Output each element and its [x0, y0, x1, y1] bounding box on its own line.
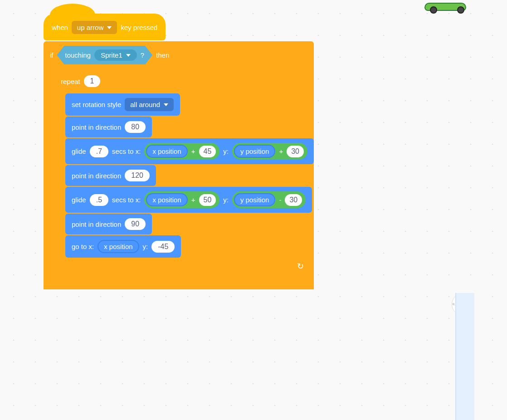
- direction-input[interactable]: 120: [125, 170, 150, 181]
- label: set rotation style: [72, 101, 121, 108]
- label: y:: [223, 196, 229, 204]
- num-input[interactable]: 30: [285, 194, 302, 206]
- value: Sprite1: [101, 51, 122, 59]
- go-to-xy-block[interactable]: go to x: x position y: -45: [65, 235, 181, 258]
- if-block-footer: [44, 275, 314, 289]
- label: point in direction: [72, 172, 121, 180]
- label: y:: [143, 243, 148, 250]
- svg-line-1: [454, 305, 455, 306]
- stage-panel-strip: [455, 293, 474, 420]
- label: key pressed: [121, 24, 157, 31]
- secs-input[interactable]: .5: [90, 194, 108, 206]
- operator-sign: +: [191, 147, 195, 155]
- loop-arrow-icon: ↻: [297, 261, 304, 271]
- subtract-operator-y[interactable]: y position - 30: [232, 191, 306, 208]
- script-workspace[interactable]: when up arrow key pressed if touching Sp…: [0, 0, 507, 420]
- repeat-block[interactable]: repeat 1 set rotation style all around: [54, 71, 314, 273]
- direction-input[interactable]: 80: [125, 121, 146, 133]
- glide-block-2[interactable]: glide .5 secs to x: x position + 50 y: y…: [65, 187, 312, 213]
- secs-input[interactable]: .7: [90, 146, 108, 157]
- point-in-direction-block-2[interactable]: point in direction 120: [65, 165, 156, 186]
- label: y:: [223, 147, 229, 155]
- value: all around: [130, 101, 160, 108]
- num-input[interactable]: 50: [199, 194, 216, 206]
- glide-block-1[interactable]: glide .7 secs to x: x position + 45 y: y…: [65, 138, 314, 164]
- key-value: up arrow: [77, 24, 103, 31]
- label: secs to x:: [112, 196, 141, 204]
- operator-sign: -: [279, 196, 281, 204]
- zoom-controls: = Sp Sh: [452, 293, 474, 316]
- chevron-down-icon: [164, 103, 168, 106]
- label: point in direction: [72, 123, 121, 131]
- touching-reporter[interactable]: touching Sprite1 ?: [57, 46, 153, 64]
- chevron-down-icon: [126, 54, 131, 57]
- label: secs to x:: [112, 147, 141, 155]
- x-position-reporter[interactable]: x position: [146, 145, 187, 158]
- set-rotation-style-block[interactable]: set rotation style all around: [65, 93, 180, 116]
- touching-target-dropdown[interactable]: Sprite1: [94, 49, 137, 61]
- script-stack[interactable]: when up arrow key pressed if touching Sp…: [44, 14, 314, 289]
- y-position-reporter[interactable]: y position: [234, 193, 275, 206]
- key-dropdown[interactable]: up arrow: [72, 21, 117, 34]
- hat-when-key-pressed[interactable]: when up arrow key pressed: [44, 14, 166, 40]
- direction-input[interactable]: 90: [125, 218, 146, 230]
- if-block[interactable]: if touching Sprite1 ? then repeat 1: [44, 41, 314, 289]
- label: repeat: [61, 78, 80, 85]
- label: then: [156, 51, 169, 59]
- chevron-down-icon: [107, 26, 112, 29]
- point-in-direction-block-3[interactable]: point in direction 90: [65, 214, 152, 234]
- repeat-count-input[interactable]: 1: [84, 75, 101, 87]
- label: touching: [65, 51, 91, 59]
- operator-sign: +: [191, 196, 195, 204]
- y-input[interactable]: -45: [151, 241, 175, 253]
- rotation-style-dropdown[interactable]: all around: [125, 98, 174, 111]
- label: glide: [72, 196, 86, 204]
- label: point in direction: [72, 220, 121, 228]
- label: ?: [141, 51, 144, 59]
- label: if: [50, 51, 54, 59]
- num-input[interactable]: 30: [287, 146, 304, 157]
- operator-sign: +: [279, 147, 283, 155]
- label: glide: [72, 147, 86, 155]
- x-position-reporter[interactable]: x position: [146, 193, 187, 206]
- y-position-reporter[interactable]: y position: [234, 145, 275, 158]
- add-operator-x[interactable]: x position + 45: [144, 143, 219, 160]
- x-position-reporter[interactable]: x position: [98, 240, 139, 253]
- add-operator-y[interactable]: y position + 30: [232, 143, 307, 160]
- zoom-in-icon: [452, 299, 455, 309]
- sprite-car: [421, 0, 471, 14]
- label: go to x:: [72, 243, 94, 250]
- repeat-loop-arm: ↻: [54, 260, 314, 273]
- num-input[interactable]: 45: [199, 146, 216, 157]
- point-in-direction-block-1[interactable]: point in direction 80: [65, 117, 152, 137]
- label: when: [52, 24, 68, 31]
- add-operator-x[interactable]: x position + 50: [144, 191, 219, 208]
